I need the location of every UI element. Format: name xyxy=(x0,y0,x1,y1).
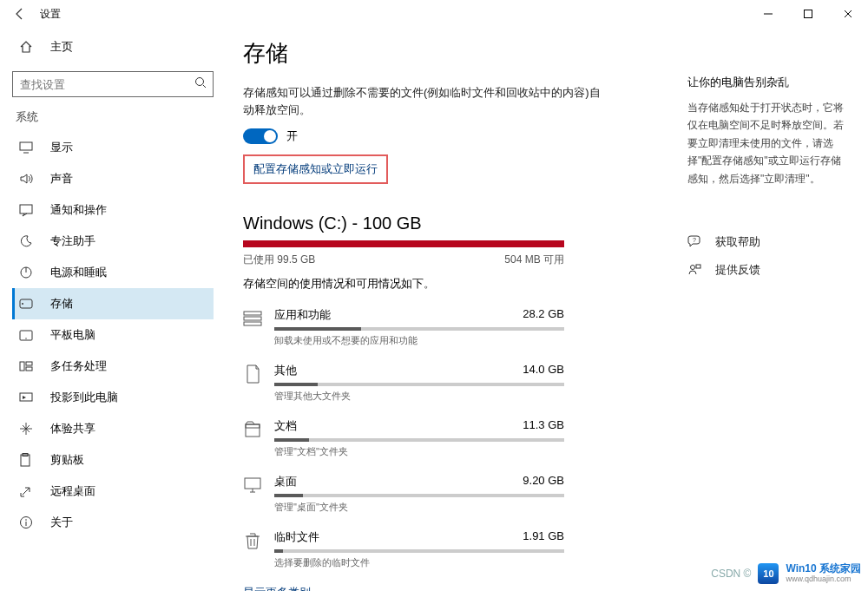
svg-point-2 xyxy=(196,78,204,86)
svg-rect-1 xyxy=(805,10,812,18)
svg-point-10 xyxy=(22,303,23,305)
brand-logo: 10 xyxy=(758,563,779,584)
free-label: 504 MB 可用 xyxy=(504,253,564,267)
main-content: 存储 存储感知可以通过删除不需要的文件(例如临时文件和回收站中的内容)自动释放空… xyxy=(226,28,868,591)
svg-rect-14 xyxy=(26,362,32,365)
svg-rect-6 xyxy=(20,205,32,213)
nav-share[interactable]: 体验共享 xyxy=(12,413,214,444)
nav-multitask[interactable]: 多任务处理 xyxy=(12,351,214,382)
nav-tablet[interactable]: 平板电脑 xyxy=(12,319,214,351)
notifications-icon xyxy=(19,204,35,217)
remote-icon xyxy=(19,484,35,498)
nav-about[interactable]: 关于 xyxy=(12,507,214,538)
svg-rect-25 xyxy=(246,424,260,437)
category-row[interactable]: 应用和功能28.2 GB卸载未使用或不想要的应用和功能 xyxy=(243,307,564,347)
category-row[interactable]: 其他14.0 GB管理其他大文件夹 xyxy=(243,363,564,403)
svg-rect-34 xyxy=(696,265,700,268)
home-label: 主页 xyxy=(50,39,73,55)
storage-sense-desc: 存储感知可以通过删除不需要的文件(例如临时文件和回收站中的内容)自动释放空间。 xyxy=(243,84,608,118)
nav-storage[interactable]: 存储 xyxy=(12,288,214,319)
get-help-link[interactable]: ?获取帮助 xyxy=(687,234,844,250)
category-name: 文档 xyxy=(274,418,297,434)
category-row[interactable]: 文档11.3 GB管理"文档"文件夹 xyxy=(243,418,564,458)
svg-point-12 xyxy=(25,338,26,338)
category-hint: 卸载未使用或不想要的应用和功能 xyxy=(274,334,564,347)
sidebar: 主页 系统 显示 声音 通知和操作 专注助手 电源和睡眠 存储 平板电脑 多任务… xyxy=(0,28,226,591)
nav-sound[interactable]: 声音 xyxy=(12,163,214,194)
svg-text:?: ? xyxy=(693,236,696,242)
clipboard-icon xyxy=(19,453,35,467)
category-icon xyxy=(243,309,262,328)
nav-display[interactable]: 显示 xyxy=(12,132,214,163)
nav-notifications[interactable]: 通知和操作 xyxy=(12,194,214,226)
svg-rect-22 xyxy=(244,312,261,315)
group-header: 系统 xyxy=(16,109,214,125)
svg-rect-24 xyxy=(244,322,261,325)
tablet-icon xyxy=(19,330,35,341)
about-icon xyxy=(19,515,35,529)
display-icon xyxy=(19,141,35,154)
usage-desc: 存储空间的使用情况和可用情况如下。 xyxy=(243,276,851,292)
nav-project[interactable]: 投影到此电脑 xyxy=(12,382,214,413)
category-bar xyxy=(274,438,564,442)
svg-rect-16 xyxy=(20,393,32,401)
storage-sense-toggle[interactable] xyxy=(243,128,278,144)
help-icon: ? xyxy=(687,235,703,249)
home-link[interactable]: 主页 xyxy=(12,28,214,66)
category-size: 14.0 GB xyxy=(523,363,564,378)
svg-rect-4 xyxy=(20,142,32,150)
category-icon xyxy=(243,364,262,384)
minimize-button[interactable] xyxy=(748,0,788,28)
category-name: 桌面 xyxy=(274,474,297,489)
power-icon xyxy=(19,266,35,279)
info-title: 让你的电脑告别杂乱 xyxy=(687,75,844,90)
feedback-link[interactable]: 提供反馈 xyxy=(687,262,844,278)
svg-point-33 xyxy=(691,265,695,269)
category-name: 应用和功能 xyxy=(274,307,331,323)
nav-focus[interactable]: 专注助手 xyxy=(12,226,214,257)
category-hint: 选择要删除的临时文件 xyxy=(274,556,564,569)
svg-rect-15 xyxy=(26,367,32,371)
toggle-label: 开 xyxy=(286,128,298,144)
svg-line-3 xyxy=(203,85,206,88)
share-icon xyxy=(19,422,35,436)
svg-rect-13 xyxy=(20,362,24,371)
category-icon xyxy=(243,476,262,495)
search-icon xyxy=(194,76,207,89)
sound-icon xyxy=(19,172,35,186)
svg-rect-27 xyxy=(245,478,260,489)
svg-rect-23 xyxy=(244,317,261,320)
category-size: 9.20 GB xyxy=(523,474,564,489)
category-icon xyxy=(243,420,262,439)
category-icon xyxy=(243,531,262,550)
category-bar xyxy=(274,383,564,386)
category-size: 11.3 GB xyxy=(523,418,564,434)
configure-storage-sense-link[interactable]: 配置存储感知或立即运行 xyxy=(243,154,388,184)
category-hint: 管理其他大文件夹 xyxy=(274,390,564,403)
category-hint: 管理"文档"文件夹 xyxy=(274,445,564,458)
home-icon xyxy=(19,40,35,54)
category-row[interactable]: 临时文件1.91 GB选择要删除的临时文件 xyxy=(243,529,564,569)
watermark: CSDN © 10 Win10 系统家园 www.qdhuajin.com xyxy=(711,563,861,584)
back-button[interactable] xyxy=(3,0,36,28)
category-bar xyxy=(274,494,564,497)
nav-power[interactable]: 电源和睡眠 xyxy=(12,257,214,288)
category-size: 1.91 GB xyxy=(523,529,564,545)
category-hint: 管理"桌面"文件夹 xyxy=(274,501,564,514)
category-row[interactable]: 桌面9.20 GB管理"桌面"文件夹 xyxy=(243,474,564,514)
nav-remote[interactable]: 远程桌面 xyxy=(12,476,214,507)
info-panel: 让你的电脑告别杂乱 当存储感知处于打开状态时，它将仅在电脑空间不足时释放空间。若… xyxy=(687,75,844,278)
svg-point-20 xyxy=(25,519,27,521)
show-more-link[interactable]: 显示更多类别 xyxy=(243,585,851,591)
nav-clipboard[interactable]: 剪贴板 xyxy=(12,444,214,476)
search-box[interactable] xyxy=(12,71,214,97)
window-title: 设置 xyxy=(40,7,61,22)
svg-rect-26 xyxy=(246,424,260,428)
close-button[interactable] xyxy=(828,0,868,28)
maximize-button[interactable] xyxy=(788,0,828,28)
page-title: 存储 xyxy=(243,38,851,69)
search-input[interactable] xyxy=(13,72,213,96)
category-bar xyxy=(274,327,564,331)
feedback-icon xyxy=(687,263,703,277)
info-text: 当存储感知处于打开状态时，它将仅在电脑空间不足时释放空间。若要立即清理未使用的文… xyxy=(687,99,844,187)
